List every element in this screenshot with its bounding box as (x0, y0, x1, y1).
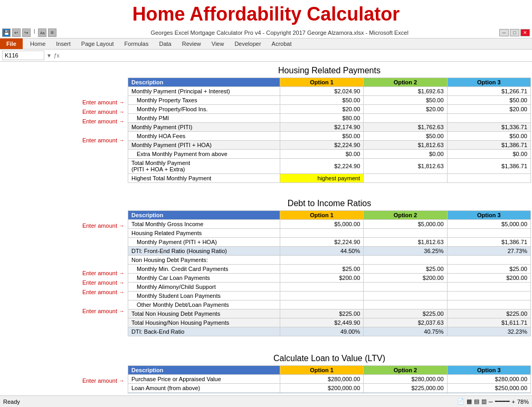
table-row: Monthly PMI $80.00 (128, 114, 531, 123)
ltv-ratio-row: Loan-to-Value Ratio (LTV) 71.43% 80.36% … (128, 393, 531, 394)
dti-title: Debt to Income Ratios (128, 195, 531, 210)
ribbon-tab-view[interactable]: View (206, 38, 230, 49)
dti-header-opt1: Option 1 (280, 211, 363, 220)
function-icon: ƒx (54, 53, 60, 59)
ltv-header-opt3: Option 3 (447, 366, 530, 375)
enter-label-dti-1: Enter amount → (1, 221, 128, 230)
ltv-header-opt2: Option 2 (364, 366, 447, 375)
formula-bar: ▼ ƒx (0, 50, 532, 62)
zoom-slider[interactable]: ━━━━ (495, 398, 510, 405)
enter-label-3: Enter amount → (1, 117, 128, 126)
sheet-icon: 📄 (457, 398, 464, 405)
maximize-button[interactable]: □ (510, 29, 519, 36)
table-row: Monthly Payment (Principal + Interest) $… (128, 87, 531, 96)
enter-label-dti-3: Enter amount → (1, 278, 128, 287)
status-ready: Ready (3, 399, 457, 405)
table-row: Total Monthly Payment(PITI + HOA + Extra… (128, 159, 531, 174)
enter-label-dti-2: Enter amount → (1, 268, 128, 278)
dti-header-desc: Description (128, 211, 280, 220)
cell-reference[interactable] (2, 51, 44, 60)
housing-left-labels: Enter amount → Enter amount → Enter amou… (1, 62, 128, 189)
dti-header-opt2: Option 2 (364, 211, 447, 220)
dti-table-wrapper: Debt to Income Ratios Description Option… (128, 195, 531, 344)
table-row: Monthly HOA Fees $50.00 $50.00 $50.00 (128, 132, 531, 141)
enter-label-2: Enter amount → (1, 107, 128, 117)
zoom-out-icon[interactable]: ─ (489, 399, 493, 405)
minimize-button[interactable]: ─ (499, 29, 509, 36)
enter-label-dti-5: Enter amount → (1, 306, 128, 316)
zoom-in-icon[interactable]: + (512, 399, 515, 405)
ltv-header-opt1: Option 1 (280, 366, 363, 375)
table-row: Monthly Payment (PITI + HOA) $2,224.90 $… (128, 141, 531, 150)
close-button[interactable]: ✕ (520, 29, 530, 36)
title-bar: 💾 ↩ ↪ | Aa ⊞ Georges Excel Mortgage Calc… (0, 27, 532, 38)
housing-table-wrapper: Housing Related Payments Description Opt… (128, 62, 531, 189)
table-row: Monthly Payment (PITI) $2,174.90 $1,762.… (128, 123, 531, 132)
ltv-left-labels: Enter amount → (1, 350, 128, 394)
spreadsheet-content: Enter amount → Enter amount → Enter amou… (0, 62, 532, 394)
enter-label-dti-4: Enter amount → (1, 287, 128, 297)
table-row: Monthly Student Loan Payments (128, 292, 531, 301)
undo-icon[interactable]: ↩ (12, 28, 21, 37)
page-title: Home Affordability Calculator (0, 0, 532, 27)
ltv-table: Description Option 1 Option 2 Option 3 P… (128, 365, 531, 394)
highest-payment-cell: highest payment (280, 174, 363, 183)
table-row: Purchase Price or Appraised Value $280,0… (128, 375, 531, 384)
table-row: Monthly Payment (PITI + HOA) $2,224.90 $… (128, 238, 531, 247)
view-normal-icon[interactable]: ▦ (467, 398, 472, 405)
spreadsheet-viewport[interactable]: Enter amount → Enter amount → Enter amou… (0, 62, 532, 394)
status-right: ▦ ▤ ▥ ─ ━━━━ + 78% (467, 398, 529, 405)
ribbon-tab-pagelayout[interactable]: Page Layout (76, 38, 119, 49)
table-row: Other Monthly Debt/Loan Payments (128, 301, 531, 309)
ribbon-tab-insert[interactable]: Insert (51, 38, 76, 49)
status-bar: Ready 📄 ▦ ▤ ▥ ─ ━━━━ + 78% (0, 395, 532, 407)
enter-label-ltv-1: Enter amount → (1, 376, 128, 385)
enter-label-4: Enter amount → (1, 135, 128, 145)
ribbon-tab-data[interactable]: Data (154, 38, 176, 49)
ribbon-tab-developer[interactable]: Developer (229, 38, 266, 49)
table-row: Highest Total Monthly Payment highest pa… (128, 174, 531, 183)
ribbon-tab-home[interactable]: Home (25, 38, 51, 49)
separator: | (32, 28, 36, 37)
table-row: Monthly Car Loan Payments $200.00 $200.0… (128, 274, 531, 283)
housing-header-desc: Description (128, 78, 280, 87)
ltv-section: Enter amount → Calculate Loan to Value (… (1, 350, 531, 394)
housing-header-opt3: Option 3 (447, 78, 530, 87)
titlebar-text: Georges Excel Mortgage Calculator Pro v4… (60, 30, 499, 36)
dti-header-opt3: Option 3 (447, 211, 530, 220)
table-row: Monthly Property Taxes $50.00 $50.00 $50… (128, 96, 531, 105)
ribbon-tab-formulas[interactable]: Formulas (119, 38, 154, 49)
redo-icon[interactable]: ↪ (22, 28, 31, 37)
housing-title: Housing Related Payments (128, 62, 531, 77)
view-layout-icon[interactable]: ▤ (474, 398, 479, 405)
format-icon[interactable]: Aa (38, 28, 46, 37)
table-row: Loan Amount (from above) $200,000.00 $22… (128, 384, 531, 393)
table-row: Monthly Alimony/Child Support (128, 283, 531, 292)
save-icon[interactable]: 💾 (2, 28, 11, 37)
enter-label-1: Enter amount → (1, 98, 128, 107)
zoom-level: 78% (517, 399, 529, 405)
housing-header-opt2: Option 2 (364, 78, 447, 87)
table-row: Extra Monthly Payment from above $0.00 $… (128, 150, 531, 159)
dti-front-end-row: DTI: Front-End Ratio (Housing Ratio) 44.… (128, 247, 531, 256)
table-row: Total Non Housing Debt Payments $225.00 … (128, 309, 531, 318)
formula-input[interactable] (62, 52, 530, 59)
file-tab[interactable]: File (0, 38, 23, 49)
ltv-title: Calculate Loan to Value (LTV) (128, 350, 531, 365)
ribbon-tab-review[interactable]: Review (177, 38, 206, 49)
table-row: Total Housing/Non Housing Payments $2,44… (128, 318, 531, 327)
ribbon: File Home Insert Page Layout Formulas Da… (0, 38, 532, 50)
view-pagebreak-icon[interactable]: ▥ (481, 398, 487, 405)
ribbon-tab-acrobat[interactable]: Acrobat (267, 38, 297, 49)
dti-table: Description Option 1 Option 2 Option 3 T… (128, 210, 531, 336)
formula-expand-icon: ▼ (46, 53, 52, 59)
table-row: Total Monthly Gross Income $5,000.00 $5,… (128, 220, 531, 229)
ltv-table-wrapper: Calculate Loan to Value (LTV) Descriptio… (128, 350, 531, 394)
dti-section: Enter amount → Enter amount → Enter amou… (1, 195, 531, 344)
toolbar-icons: 💾 ↩ ↪ | Aa ⊞ (2, 28, 56, 37)
table-row: Monthly Property/Flood Ins. $20.00 $20.0… (128, 105, 531, 114)
table-row: Monthly Min. Credit Card Payments $25.00… (128, 265, 531, 274)
cells-icon[interactable]: ⊞ (48, 28, 56, 37)
housing-section: Enter amount → Enter amount → Enter amou… (1, 62, 531, 189)
ltv-header-desc: Description (128, 366, 280, 375)
